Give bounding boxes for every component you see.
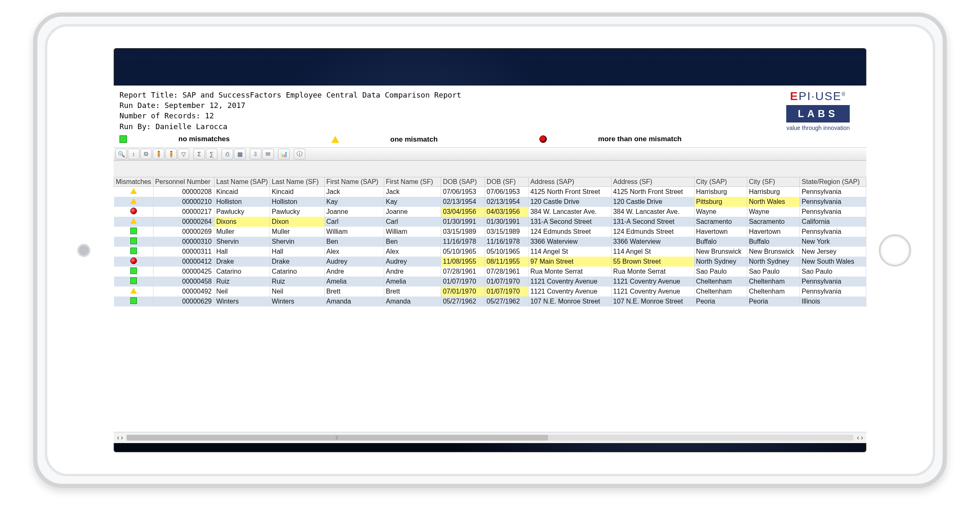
cell-dob_sap[interactable]: 01/07/1970 [441, 277, 485, 287]
sum-icon[interactable]: Σ [193, 149, 205, 159]
cell-fn_sf[interactable]: Amanda [384, 296, 441, 306]
col-fn_sf[interactable]: First Name (SF) [384, 177, 441, 187]
mismatch-none-icon[interactable] [114, 247, 154, 257]
col-city_sap[interactable]: City (SAP) [694, 177, 747, 187]
zoom-icon[interactable]: 🔍 [115, 149, 127, 159]
cell-addr_sap[interactable]: 1121 Coventry Avenue [529, 277, 612, 287]
cell-addr_sap[interactable]: Rua Monte Serrat [529, 267, 612, 277]
cell-region_sap[interactable]: Pennsylvania [800, 197, 866, 207]
cell-city_sap[interactable]: New Brunswick [694, 247, 747, 257]
col-city_sf[interactable]: City (SF) [747, 177, 800, 187]
mismatch-none-icon[interactable] [114, 237, 154, 247]
cell-region_sap[interactable]: Pennsylvania [800, 277, 866, 287]
table-row[interactable]: 00000492NeilNeilBrettBrett07/01/197001/0… [114, 287, 866, 296]
cell-ln_sf[interactable]: Holliston [270, 197, 324, 207]
cell-ln_sap[interactable]: Muller [215, 227, 270, 237]
cell-ln_sap[interactable]: Pawlucky [215, 207, 270, 217]
cell-ln_sf[interactable]: Kincaid [270, 187, 324, 197]
cell-city_sf[interactable]: Sacramento [747, 217, 800, 227]
cell-ln_sf[interactable]: Dixon [270, 217, 324, 227]
cell-pernr[interactable]: 00000425 [153, 267, 215, 277]
table-row[interactable]: 00000310ShervinShervinBenBen11/16/197811… [114, 237, 866, 247]
cell-city_sf[interactable]: North Wales [747, 197, 800, 207]
cell-dob_sap[interactable]: 07/28/1961 [441, 267, 485, 277]
cell-ln_sap[interactable]: Drake [215, 257, 270, 267]
cell-dob_sf[interactable]: 07/06/1953 [485, 187, 528, 197]
cell-addr_sap[interactable]: 97 Main Street [529, 257, 612, 267]
table-row[interactable]: 00000458RuizRuizAmeliaAmelia01/07/197001… [114, 277, 866, 287]
cell-fn_sf[interactable]: Brett [384, 287, 441, 296]
cell-ln_sap[interactable]: Neil [215, 287, 270, 296]
cell-fn_sf[interactable]: Ben [384, 237, 441, 247]
cell-ln_sf[interactable]: Neil [270, 287, 324, 296]
cell-pernr[interactable]: 00000210 [153, 197, 215, 207]
cell-pernr[interactable]: 00000492 [153, 287, 215, 296]
cell-fn_sap[interactable]: Ben [324, 237, 384, 247]
cell-addr_sf[interactable]: Rua Monte Serrat [611, 267, 694, 277]
cell-pernr[interactable]: 00000458 [153, 277, 215, 287]
cell-ln_sap[interactable]: Ruiz [215, 277, 270, 287]
cell-ln_sf[interactable]: Winters [270, 296, 324, 306]
cell-city_sf[interactable]: Cheltenham [747, 287, 800, 296]
mismatch-one-icon[interactable] [114, 287, 154, 296]
cell-city_sf[interactable]: Havertown [747, 227, 800, 237]
table-row[interactable]: 00000264DixonsDixonCarlCarl01/30/199101/… [114, 217, 866, 227]
mismatch-none-icon[interactable] [114, 296, 154, 306]
cell-ln_sf[interactable]: Catarino [270, 267, 324, 277]
cell-dob_sf[interactable]: 11/16/1978 [485, 237, 528, 247]
cell-pernr[interactable]: 00000217 [153, 207, 215, 217]
cell-fn_sap[interactable]: Andre [324, 267, 384, 277]
cell-pernr[interactable]: 00000629 [153, 296, 215, 306]
col-addr_sap[interactable]: Address (SAP) [529, 177, 612, 187]
cell-fn_sf[interactable]: Andre [384, 267, 441, 277]
cell-addr_sf[interactable]: 55 Brown Street [611, 257, 694, 267]
table-row[interactable]: 00000208KincaidKincaidJackJack07/06/1953… [114, 187, 866, 197]
cell-fn_sf[interactable]: Amelia [384, 277, 441, 287]
cell-ln_sf[interactable]: Ruiz [270, 277, 324, 287]
cell-dob_sf[interactable]: 01/07/1970 [485, 287, 528, 296]
cell-ln_sf[interactable]: Hall [270, 247, 324, 257]
mismatch-one-icon[interactable] [114, 187, 154, 197]
mismatch-many-icon[interactable] [114, 257, 154, 267]
table-row[interactable]: 00000629WintersWintersAmandaAmanda05/27/… [114, 296, 866, 306]
table-row[interactable]: 00000217PawluckyPawluckyJoanneJoanne03/0… [114, 207, 866, 217]
mismatch-none-icon[interactable] [114, 267, 154, 277]
cell-ln_sap[interactable]: Dixons [215, 217, 270, 227]
cell-city_sap[interactable]: Pittsburg [694, 197, 747, 207]
cell-fn_sf[interactable]: Alex [384, 247, 441, 257]
scroll-last-icon[interactable]: › [860, 434, 864, 441]
horizontal-scrollbar[interactable]: ‹ › ‹ › [114, 432, 866, 443]
cell-addr_sf[interactable]: 114 Angel St [611, 247, 694, 257]
cell-fn_sf[interactable]: Carl [384, 217, 441, 227]
cell-addr_sap[interactable]: 384 W. Lancaster Ave. [529, 207, 612, 217]
mismatch-none-icon[interactable] [114, 277, 154, 287]
col-ln_sf[interactable]: Last Name (SF) [270, 177, 324, 187]
cell-dob_sf[interactable]: 05/10/1965 [485, 247, 528, 257]
col-pernr[interactable]: Personnel Number [153, 177, 215, 187]
cell-pernr[interactable]: 00000208 [153, 187, 215, 197]
table-row[interactable]: 00000210HollistonHollistonKayKay02/13/19… [114, 197, 866, 207]
table-row[interactable]: 00000311HallHallAlexAlex05/10/196505/10/… [114, 247, 866, 257]
cell-dob_sap[interactable]: 07/06/1953 [441, 187, 485, 197]
cell-city_sf[interactable]: Peoria [747, 296, 800, 306]
cell-fn_sf[interactable]: Jack [384, 187, 441, 197]
cell-city_sf[interactable]: New Brunswick [747, 247, 800, 257]
cell-fn_sap[interactable]: Amelia [324, 277, 384, 287]
table-row[interactable]: 00000412DrakeDrakeAudreyAudrey11/08/1955… [114, 257, 866, 267]
cell-dob_sf[interactable]: 08/11/1955 [485, 257, 528, 267]
filter-tree-icon[interactable]: 🧍 [153, 149, 164, 159]
cell-city_sap[interactable]: Wayne [694, 207, 747, 217]
cell-region_sap[interactable]: Illinois [800, 296, 866, 306]
cell-region_sap[interactable]: New South Wales [800, 257, 866, 267]
col-dob_sap[interactable]: DOB (SAP) [441, 177, 485, 187]
cell-addr_sap[interactable]: 107 N.E. Monroe Street [529, 296, 612, 306]
cell-addr_sap[interactable]: 1121 Coventry Avenue [529, 287, 612, 296]
scroll-right-icon[interactable]: ‹ [856, 434, 860, 441]
cell-region_sap[interactable]: Pennsylvania [800, 287, 866, 296]
cell-ln_sf[interactable]: Drake [270, 257, 324, 267]
cell-dob_sf[interactable]: 02/13/1954 [485, 197, 528, 207]
cell-city_sf[interactable]: Wayne [747, 207, 800, 217]
cell-addr_sap[interactable]: 3366 Waterview [529, 237, 612, 247]
cell-dob_sap[interactable]: 03/04/1956 [441, 207, 485, 217]
cell-addr_sap[interactable]: 114 Angel St [529, 247, 612, 257]
